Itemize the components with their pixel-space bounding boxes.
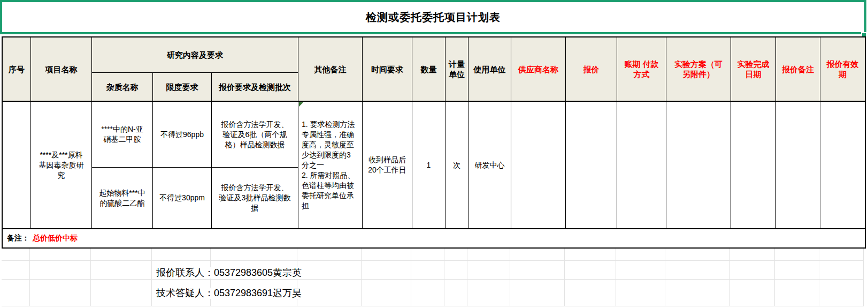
page-title[interactable]: 检测或委托委托项目计划表 <box>366 10 501 25</box>
grid-cell[interactable] <box>30 261 91 280</box>
header-limit[interactable]: 限度要求 <box>153 73 212 102</box>
grid-cell[interactable] <box>467 249 510 261</box>
grid-cell[interactable] <box>616 280 665 306</box>
cell-quote-validity[interactable] <box>820 102 865 228</box>
remarks-label: 备注： <box>7 234 29 243</box>
other-notes-text: 1. 要求检测方法 专属性强，准确 度高，灵敏度至 少达到限度的3 分之一 2.… <box>302 119 355 211</box>
grid-cell[interactable] <box>665 249 730 261</box>
sheet-gridlines <box>2 249 866 306</box>
cell-project-name[interactable]: ****及***原料 基因毒杂质研 究 <box>31 102 92 228</box>
grid-cell[interactable] <box>510 280 565 306</box>
cell-qty[interactable]: 1 <box>412 102 445 228</box>
grid-cell[interactable] <box>730 280 775 306</box>
cell-serial[interactable] <box>3 102 31 228</box>
spreadsheet: 检测或委托委托项目计划表 序号 项目名称 研究内容及要求 杂质名称 限度要求 报… <box>0 0 868 308</box>
grid-cell[interactable] <box>819 261 864 280</box>
grid-cell[interactable] <box>2 280 30 306</box>
header-qty[interactable]: 数量 <box>412 37 445 102</box>
grid-cell[interactable] <box>2 261 30 280</box>
tech-contact-line[interactable]: 技术答疑人：05372983691迟万昊 <box>155 288 303 299</box>
cell-quote-req-2[interactable]: 报价含方法学开发、 验证及3批样品检测数 据 <box>212 168 298 228</box>
grid-cell[interactable] <box>91 261 152 280</box>
grid-cell[interactable] <box>510 249 565 261</box>
header-finish-date[interactable]: 实验完成 日期 <box>731 37 776 102</box>
header-experiment-plan[interactable]: 实验方案（可 另附件） <box>666 37 731 102</box>
grid-cell[interactable] <box>819 249 864 261</box>
grid-cell[interactable] <box>730 249 775 261</box>
header-quote-req[interactable]: 报价要求及检测批次 <box>212 73 298 102</box>
cell-supplier[interactable] <box>511 102 566 228</box>
grid-cell[interactable] <box>444 280 467 306</box>
grid-cell[interactable] <box>411 280 444 306</box>
header-research-group[interactable]: 研究内容及要求 <box>92 37 298 73</box>
grid-cell[interactable] <box>730 261 775 280</box>
header-unit[interactable]: 计量 单位 <box>445 37 468 102</box>
grid-cell[interactable] <box>616 249 665 261</box>
cell-finish-date[interactable] <box>731 102 776 228</box>
grid-cell[interactable] <box>565 261 616 280</box>
cell-limit-2[interactable]: 不得过30ppm <box>153 168 212 228</box>
grid-cell[interactable] <box>467 280 510 306</box>
grid-cell[interactable] <box>30 249 91 261</box>
cell-flag-triangle-icon <box>299 102 303 107</box>
quote-contact-line[interactable]: 报价联系人：05372983605黄宗英 <box>155 267 303 279</box>
header-quote-validity[interactable]: 报价有效 期 <box>820 37 865 102</box>
cell-limit-1[interactable]: 不得过96ppb <box>153 102 212 168</box>
cell-other-notes[interactable]: 1. 要求检测方法 专属性强，准确 度高，灵敏度至 少达到限度的3 分之一 2.… <box>298 102 363 228</box>
grid-cell[interactable] <box>411 249 444 261</box>
selection-border: 检测或委托委托项目计划表 <box>0 0 866 34</box>
header-supplier[interactable]: 供应商名称 <box>511 37 566 102</box>
header-quote-notes[interactable]: 报价备注 <box>776 37 820 102</box>
grid-cell[interactable] <box>775 280 819 306</box>
cell-payment-terms[interactable] <box>617 102 666 228</box>
header-payment-terms[interactable]: 账期 付款 方式 <box>617 37 666 102</box>
cell-experiment-plan[interactable] <box>666 102 731 228</box>
grid-cell[interactable] <box>91 249 152 261</box>
grid-cell[interactable] <box>297 249 362 261</box>
grid-cell[interactable] <box>362 261 411 280</box>
cell-unit[interactable]: 次 <box>445 102 468 228</box>
grid-cell[interactable] <box>565 280 616 306</box>
grid-cell[interactable] <box>362 280 411 306</box>
grid-cell[interactable] <box>2 249 30 261</box>
remarks-row[interactable]: 备注： 总价低价中标 <box>2 228 866 249</box>
grid-cell[interactable] <box>565 249 616 261</box>
grid-cell[interactable] <box>444 261 467 280</box>
cell-impurity-2[interactable]: 起始物料***中 的硫酸二乙酯 <box>92 168 153 228</box>
grid-cell[interactable] <box>467 261 510 280</box>
grid-cell[interactable] <box>665 280 730 306</box>
grid-cell[interactable] <box>411 261 444 280</box>
grid-cell[interactable] <box>30 280 91 306</box>
grid-cell[interactable] <box>297 280 362 306</box>
grid-cell[interactable] <box>510 261 565 280</box>
cell-quote-req-1[interactable]: 报价含方法学开发、 验证及6批（两个规 格）样品检测数据 <box>212 102 298 168</box>
grid-cell[interactable] <box>819 280 864 306</box>
header-project[interactable]: 项目名称 <box>31 37 92 102</box>
remarks-value: 总价低价中标 <box>33 234 78 243</box>
cell-quote[interactable] <box>566 102 617 228</box>
plan-table: 序号 项目名称 研究内容及要求 杂质名称 限度要求 报价要求及检测批次 其他备注… <box>2 36 866 229</box>
header-quote[interactable]: 报价 <box>566 37 617 102</box>
grid-cell[interactable] <box>362 249 411 261</box>
header-other-notes[interactable]: 其他备注 <box>298 37 363 102</box>
grid-cell[interactable] <box>91 280 152 306</box>
cell-quote-notes[interactable] <box>776 102 820 228</box>
grid-cell[interactable] <box>211 249 297 261</box>
cell-time-req[interactable]: 收到样品后 20个工作日 <box>363 102 412 228</box>
header-time-req[interactable]: 时间要求 <box>363 37 412 102</box>
grid-cell[interactable] <box>152 249 211 261</box>
grid-cell[interactable] <box>775 261 819 280</box>
cell-impurity-1[interactable]: ****中的N-亚 硝基二甲胺 <box>92 102 153 168</box>
header-user-unit[interactable]: 使用单位 <box>468 37 511 102</box>
grid-cell[interactable] <box>775 249 819 261</box>
grid-cell[interactable] <box>616 261 665 280</box>
grid-cell[interactable] <box>444 249 467 261</box>
header-serial[interactable]: 序号 <box>3 37 31 102</box>
cell-user-unit[interactable]: 研发中心 <box>468 102 511 228</box>
grid-cell[interactable] <box>665 261 730 280</box>
grid-cell[interactable] <box>297 261 362 280</box>
header-impurity[interactable]: 杂质名称 <box>92 73 153 102</box>
